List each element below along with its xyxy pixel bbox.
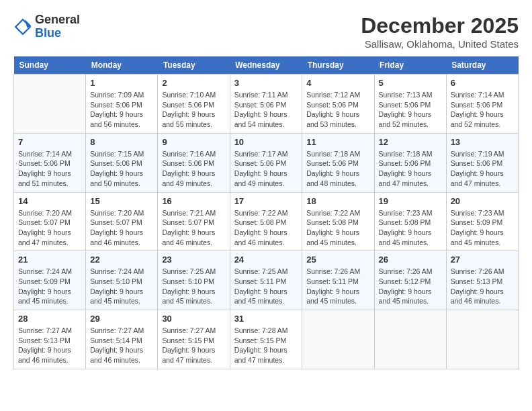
calendar-cell: 15Sunrise: 7:20 AMSunset: 5:07 PMDayligh…	[86, 192, 158, 251]
day-number: 6	[451, 78, 514, 88]
calendar-cell: 31Sunrise: 7:28 AMSunset: 5:15 PMDayligh…	[230, 310, 302, 369]
calendar-cell: 30Sunrise: 7:27 AMSunset: 5:15 PMDayligh…	[158, 310, 230, 369]
cell-info: Sunrise: 7:25 AMSunset: 5:11 PMDaylight:…	[234, 267, 298, 306]
cell-info: Sunrise: 7:28 AMSunset: 5:15 PMDaylight:…	[234, 326, 298, 365]
cell-info: Sunrise: 7:16 AMSunset: 5:06 PMDaylight:…	[162, 149, 225, 189]
cell-info: Sunrise: 7:10 AMSunset: 5:06 PMDaylight:…	[162, 90, 225, 130]
calendar-cell: 22Sunrise: 7:24 AMSunset: 5:10 PMDayligh…	[86, 251, 158, 310]
calendar-cell: 20Sunrise: 7:23 AMSunset: 5:09 PMDayligh…	[446, 192, 518, 251]
cell-info: Sunrise: 7:15 AMSunset: 5:06 PMDaylight:…	[90, 149, 153, 189]
day-number: 31	[234, 314, 298, 324]
calendar-cell: 16Sunrise: 7:21 AMSunset: 5:07 PMDayligh…	[158, 192, 230, 251]
calendar-cell	[374, 310, 446, 369]
day-number: 10	[234, 137, 298, 147]
location: Sallisaw, Oklahoma, United States	[361, 38, 519, 50]
day-number: 15	[90, 196, 153, 206]
day-number: 12	[379, 137, 442, 147]
day-number: 17	[234, 196, 298, 206]
day-header-tuesday: Tuesday	[158, 56, 230, 75]
day-number: 8	[90, 137, 153, 147]
cell-info: Sunrise: 7:24 AMSunset: 5:10 PMDaylight:…	[90, 267, 153, 306]
calendar-cell	[302, 310, 374, 369]
calendar-cell: 23Sunrise: 7:25 AMSunset: 5:10 PMDayligh…	[158, 251, 230, 310]
calendar-cell: 21Sunrise: 7:24 AMSunset: 5:09 PMDayligh…	[14, 251, 86, 310]
day-number: 13	[451, 137, 514, 147]
cell-info: Sunrise: 7:22 AMSunset: 5:08 PMDaylight:…	[306, 208, 369, 248]
cell-info: Sunrise: 7:18 AMSunset: 5:06 PMDaylight:…	[306, 149, 369, 189]
calendar-cell: 19Sunrise: 7:23 AMSunset: 5:08 PMDayligh…	[374, 192, 446, 251]
cell-info: Sunrise: 7:13 AMSunset: 5:06 PMDaylight:…	[379, 90, 442, 130]
day-number: 4	[306, 78, 369, 88]
day-number: 19	[379, 196, 442, 206]
day-header-friday: Friday	[374, 56, 446, 75]
calendar-cell: 27Sunrise: 7:26 AMSunset: 5:13 PMDayligh…	[446, 251, 518, 310]
day-number: 7	[18, 137, 81, 147]
cell-info: Sunrise: 7:14 AMSunset: 5:06 PMDaylight:…	[18, 149, 81, 189]
day-number: 27	[451, 255, 514, 265]
cell-info: Sunrise: 7:23 AMSunset: 5:09 PMDaylight:…	[451, 208, 514, 248]
day-number: 1	[90, 78, 153, 88]
day-number: 26	[379, 255, 442, 265]
calendar-cell: 3Sunrise: 7:11 AMSunset: 5:06 PMDaylight…	[230, 75, 302, 134]
day-number: 30	[162, 314, 225, 324]
calendar-cell: 6Sunrise: 7:14 AMSunset: 5:06 PMDaylight…	[446, 75, 518, 134]
day-header-monday: Monday	[86, 56, 158, 75]
cell-info: Sunrise: 7:09 AMSunset: 5:06 PMDaylight:…	[90, 90, 153, 130]
calendar-cell: 13Sunrise: 7:19 AMSunset: 5:06 PMDayligh…	[446, 133, 518, 192]
calendar-cell: 4Sunrise: 7:12 AMSunset: 5:06 PMDaylight…	[302, 75, 374, 134]
day-number: 24	[234, 255, 298, 265]
week-row-4: 21Sunrise: 7:24 AMSunset: 5:09 PMDayligh…	[14, 251, 519, 310]
cell-info: Sunrise: 7:19 AMSunset: 5:06 PMDaylight:…	[451, 149, 514, 189]
month-title: December 2025	[361, 13, 519, 38]
day-number: 28	[18, 314, 81, 324]
logo-text: General Blue	[35, 13, 80, 40]
calendar-cell: 26Sunrise: 7:26 AMSunset: 5:12 PMDayligh…	[374, 251, 446, 310]
cell-info: Sunrise: 7:23 AMSunset: 5:08 PMDaylight:…	[379, 208, 442, 248]
calendar-cell: 17Sunrise: 7:22 AMSunset: 5:08 PMDayligh…	[230, 192, 302, 251]
calendar-cell: 11Sunrise: 7:18 AMSunset: 5:06 PMDayligh…	[302, 133, 374, 192]
week-row-3: 14Sunrise: 7:20 AMSunset: 5:07 PMDayligh…	[14, 192, 519, 251]
cell-info: Sunrise: 7:24 AMSunset: 5:09 PMDaylight:…	[18, 267, 81, 306]
day-header-wednesday: Wednesday	[230, 56, 302, 75]
day-number: 23	[162, 255, 225, 265]
day-header-thursday: Thursday	[302, 56, 374, 75]
title-block: December 2025 Sallisaw, Oklahoma, United…	[361, 13, 519, 50]
day-number: 3	[234, 78, 298, 88]
calendar-cell	[14, 75, 86, 134]
cell-info: Sunrise: 7:27 AMSunset: 5:14 PMDaylight:…	[90, 326, 153, 365]
cell-info: Sunrise: 7:11 AMSunset: 5:06 PMDaylight:…	[234, 90, 298, 130]
week-row-5: 28Sunrise: 7:27 AMSunset: 5:13 PMDayligh…	[14, 310, 519, 369]
calendar-table: SundayMondayTuesdayWednesdayThursdayFrid…	[13, 56, 519, 369]
header-row: SundayMondayTuesdayWednesdayThursdayFrid…	[14, 56, 519, 75]
day-header-sunday: Sunday	[14, 56, 86, 75]
day-number: 18	[306, 196, 369, 206]
calendar-cell: 25Sunrise: 7:26 AMSunset: 5:11 PMDayligh…	[302, 251, 374, 310]
calendar-cell: 18Sunrise: 7:22 AMSunset: 5:08 PMDayligh…	[302, 192, 374, 251]
calendar-cell: 12Sunrise: 7:18 AMSunset: 5:06 PMDayligh…	[374, 133, 446, 192]
cell-info: Sunrise: 7:20 AMSunset: 5:07 PMDaylight:…	[90, 208, 153, 248]
day-number: 21	[18, 255, 81, 265]
week-row-1: 1Sunrise: 7:09 AMSunset: 5:06 PMDaylight…	[14, 75, 519, 134]
calendar-cell: 1Sunrise: 7:09 AMSunset: 5:06 PMDaylight…	[86, 75, 158, 134]
calendar-cell	[446, 310, 518, 369]
day-number: 14	[18, 196, 81, 206]
calendar-cell: 2Sunrise: 7:10 AMSunset: 5:06 PMDaylight…	[158, 75, 230, 134]
calendar-cell: 24Sunrise: 7:25 AMSunset: 5:11 PMDayligh…	[230, 251, 302, 310]
day-header-saturday: Saturday	[446, 56, 518, 75]
cell-info: Sunrise: 7:27 AMSunset: 5:15 PMDaylight:…	[162, 326, 225, 365]
cell-info: Sunrise: 7:21 AMSunset: 5:07 PMDaylight:…	[162, 208, 225, 248]
logo-icon	[13, 17, 32, 36]
cell-info: Sunrise: 7:17 AMSunset: 5:06 PMDaylight:…	[234, 149, 298, 189]
cell-info: Sunrise: 7:14 AMSunset: 5:06 PMDaylight:…	[451, 90, 514, 130]
calendar-cell: 28Sunrise: 7:27 AMSunset: 5:13 PMDayligh…	[14, 310, 86, 369]
cell-info: Sunrise: 7:22 AMSunset: 5:08 PMDaylight:…	[234, 208, 298, 248]
calendar-cell: 14Sunrise: 7:20 AMSunset: 5:07 PMDayligh…	[14, 192, 86, 251]
cell-info: Sunrise: 7:26 AMSunset: 5:11 PMDaylight:…	[306, 267, 369, 306]
day-number: 22	[90, 255, 153, 265]
day-number: 9	[162, 137, 225, 147]
day-number: 5	[379, 78, 442, 88]
calendar-cell: 8Sunrise: 7:15 AMSunset: 5:06 PMDaylight…	[86, 133, 158, 192]
week-row-2: 7Sunrise: 7:14 AMSunset: 5:06 PMDaylight…	[14, 133, 519, 192]
cell-info: Sunrise: 7:27 AMSunset: 5:13 PMDaylight:…	[18, 326, 81, 365]
calendar-cell: 29Sunrise: 7:27 AMSunset: 5:14 PMDayligh…	[86, 310, 158, 369]
